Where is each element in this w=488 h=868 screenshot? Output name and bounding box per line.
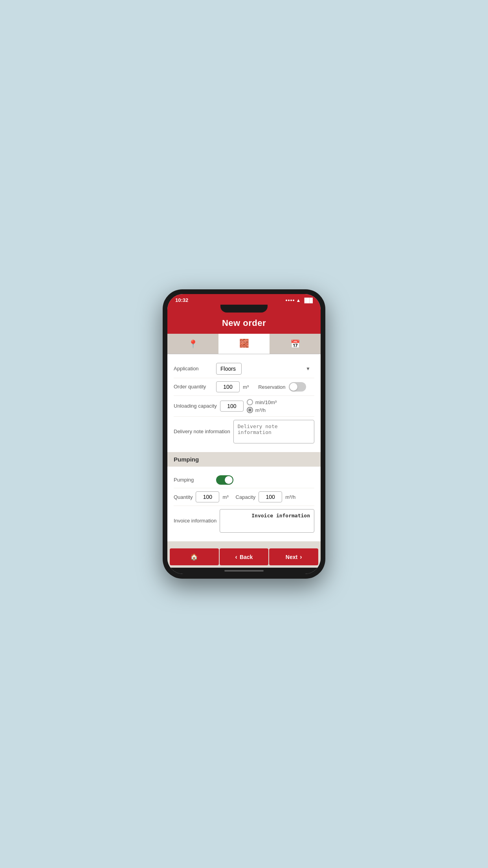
home-bar	[224, 570, 264, 572]
pumping-toggle-label: Pumping	[174, 477, 213, 484]
reservation-toggle[interactable]	[289, 382, 306, 392]
main-form-card: Application Floors Walls Ceiling Other ▼…	[167, 354, 321, 452]
order-quantity-input[interactable]	[216, 381, 240, 392]
back-icon: ‹	[235, 554, 237, 561]
back-button[interactable]: ‹ Back	[220, 548, 269, 565]
radio-m3h-circle	[247, 407, 253, 413]
unloading-capacity-label: Unloading capacity	[174, 403, 217, 410]
pump-capacity-input[interactable]	[259, 491, 282, 502]
bottom-nav: 🏠 ‹ Back Next ›	[167, 546, 321, 568]
status-bar: 10:32 ▲ ▐██	[167, 294, 321, 305]
pumping-toggle-knob	[225, 476, 233, 484]
application-select[interactable]: Floors Walls Ceiling Other	[216, 363, 242, 375]
phone-shell: 10:32 ▲ ▐██ New order 📍	[163, 289, 325, 579]
tab-materials[interactable]: 🧱	[218, 334, 270, 354]
pump-capacity-unit: m³/h	[285, 494, 295, 500]
pump-quantity-input[interactable]	[196, 491, 219, 502]
pumping-toggle[interactable]	[216, 475, 233, 485]
invoice-label: Invoice information	[174, 518, 216, 524]
delivery-note-label: Delivery note information	[174, 428, 230, 435]
reservation-label: Reservation	[258, 384, 285, 390]
radio-m3h[interactable]: m³/h	[247, 407, 277, 413]
pumping-section-header: Pumping	[167, 452, 321, 467]
delivery-note-input[interactable]	[233, 420, 314, 443]
delivery-note-row: Delivery note information	[174, 417, 314, 447]
unloading-capacity-row: Unloading capacity min/10m³ m³/h	[174, 396, 314, 417]
pumping-header-label: Pumping	[174, 456, 199, 463]
wifi-icon: ▲	[296, 298, 301, 303]
dropdown-arrow-icon: ▼	[306, 366, 310, 371]
unloading-capacity-input[interactable]	[220, 401, 244, 412]
materials-icon: 🧱	[239, 338, 249, 348]
scroll-content[interactable]: Application Floors Walls Ceiling Other ▼…	[167, 354, 321, 546]
signal-icon	[286, 300, 294, 301]
next-label: Next	[286, 554, 297, 560]
radio-min10m3-circle	[247, 399, 253, 405]
time-display: 10:32	[175, 297, 188, 303]
application-row: Application Floors Walls Ceiling Other ▼	[174, 360, 314, 378]
pump-quantity-label: Quantity	[174, 494, 193, 500]
back-label: Back	[240, 554, 253, 560]
pumping-card: Pumping Quantity m³ Capacity m³/h Inv	[167, 467, 321, 541]
app-header: New order	[167, 314, 321, 334]
phone-screen: 10:32 ▲ ▐██ New order 📍	[167, 294, 321, 574]
battery-icon: ▐██	[303, 298, 313, 303]
notch	[220, 305, 268, 313]
next-button[interactable]: Next ›	[269, 548, 318, 565]
notch-area	[167, 305, 321, 314]
invoice-row: Invoice information Invoice information	[174, 506, 314, 536]
pump-quantity-unit: m³	[222, 494, 228, 500]
application-dropdown-wrapper: Floors Walls Ceiling Other ▼	[216, 363, 314, 375]
next-icon: ›	[300, 554, 302, 561]
pump-capacity-label: Capacity	[236, 494, 256, 500]
radio-m3h-label: m³/h	[255, 407, 266, 413]
home-button[interactable]: 🏠	[170, 548, 219, 565]
location-icon: 📍	[188, 339, 198, 349]
invoice-input[interactable]: Invoice information	[220, 509, 314, 533]
tabs-bar: 📍 🧱 📅	[167, 334, 321, 354]
unloading-unit-radio-group: min/10m³ m³/h	[247, 399, 277, 413]
tab-location[interactable]: 📍	[167, 334, 218, 354]
pump-qc-row: Quantity m³ Capacity m³/h	[174, 488, 314, 506]
tab-calendar[interactable]: 📅	[270, 334, 321, 354]
application-label: Application	[174, 366, 213, 372]
order-quantity-unit: m³	[243, 384, 249, 390]
order-quantity-label: Order quantity	[174, 384, 213, 390]
other-section-header: Other information	[167, 541, 321, 546]
home-indicator	[167, 568, 321, 574]
page-title: New order	[222, 318, 266, 328]
reservation-toggle-knob	[290, 383, 297, 391]
pumping-toggle-row: Pumping	[174, 472, 314, 488]
calendar-icon: 📅	[290, 339, 300, 349]
order-quantity-row: Order quantity m³ Reservation	[174, 378, 314, 396]
status-icons: ▲ ▐██	[286, 298, 313, 303]
home-icon: 🏠	[190, 553, 198, 561]
radio-min10m3[interactable]: min/10m³	[247, 399, 277, 405]
radio-min10m3-label: min/10m³	[255, 399, 277, 405]
